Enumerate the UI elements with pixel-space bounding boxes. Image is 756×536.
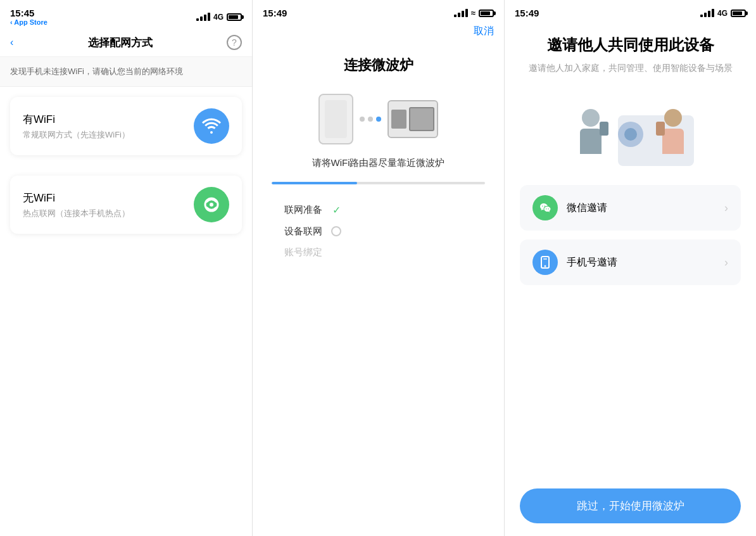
illus-person-left [574,109,608,166]
wechat-icon [532,195,558,220]
status-time-2: 15:49 [263,8,287,18]
wifi-option-info: 有WiFi 常规联网方式（先连接WiFi） [23,112,130,141]
person-phone-right [656,122,665,136]
step-item-3: 账号绑定 [284,246,472,258]
person-head-right [664,109,682,127]
wifi-option-subtitle: 常规联网方式（先连接WiFi） [23,129,130,141]
nav-bar-1: ‹ 选择配网方式 ? [0,30,252,57]
back-button-1[interactable]: ‹ [10,37,13,48]
battery-fill-3 [733,11,742,15]
wechat-option-left: 微信邀请 [532,195,607,220]
person-phone-left [600,122,608,136]
warning-message: 发现手机未连接WiFi，请确认您当前的网络环境 [0,57,252,87]
battery-2 [479,10,494,17]
svg-point-3 [545,265,546,267]
wifi-option-card[interactable]: 有WiFi 常规联网方式（先连接WiFi） [10,97,242,155]
battery-3 [731,10,746,17]
wechat-option-label: 微信邀请 [567,201,607,215]
phone-chevron-icon: › [724,256,728,269]
invite-illustration [520,90,741,166]
steps-list: 联网准备 ✓ 设备联网 账号绑定 [272,203,485,258]
svg-rect-4 [543,258,547,260]
microwave-door [409,107,434,131]
phone-invite-option[interactable]: 手机号邀请 › [520,239,741,285]
phone-invite-icon [532,250,558,275]
phone-illustration [318,94,353,144]
hotspot-option-subtitle: 热点联网（连接本手机热点） [23,208,130,219]
status-right-1: 4G [196,13,242,22]
wechat-invite-option[interactable]: 微信邀请 › [520,185,741,231]
connection-dots [360,117,381,122]
panel-2-connecting: 15:49 ≈ 取消 连接微波炉 [252,0,504,536]
invite-subtitle: 邀请他人加入家庭，共同管理、使用智能设备与场景 [520,61,741,75]
check-done-icon: ✓ [332,204,341,216]
person-body-left [580,129,602,154]
step-label-2: 设备联网 [284,226,322,238]
step-check-2 [330,225,343,238]
person-head-left [582,109,600,127]
device-animation [318,94,438,144]
hotspot-option-info: 无WiFi 热点联网（连接本手机热点） [23,191,130,219]
phone-option-left: 手机号邀请 [532,250,617,275]
invite-title: 邀请他人共同使用此设备 [520,35,741,55]
battery-fill-2 [481,11,490,15]
hotspot-option-icon [194,187,229,222]
dot-2 [368,117,373,122]
status-left-1: 15:45 ‹ App Store [10,8,47,26]
panel-1-network-selection: 15:45 ‹ App Store 4G ‹ 选择配网方式 ? 发现手机未连接W… [0,0,252,536]
invite-options: 微信邀请 › 手机号邀请 › [520,185,741,285]
nav-bar-2: 取消 [253,22,504,43]
battery-fill-1 [229,15,238,19]
wifi-option-title: 有WiFi [23,112,130,127]
help-button-1[interactable]: ? [227,35,242,50]
status-time-1: 15:45 [10,8,47,18]
svg-point-1 [210,203,213,207]
step-item-1: 联网准备 ✓ [284,203,472,216]
illustration-container [567,90,694,166]
nav-right-1: ? [227,35,242,50]
status-time-3: 15:49 [515,8,539,18]
status-right-3: 4G [700,9,746,18]
status-bar-2: 15:49 ≈ [253,0,504,22]
status-app-back[interactable]: ‹ App Store [10,18,47,26]
network-type-3: 4G [717,9,728,18]
progress-fill [272,182,357,184]
illus-device-inner [624,128,637,141]
hotspot-option-card[interactable]: 无WiFi 热点联网（连接本手机热点） [10,175,242,234]
step-check-1: ✓ [330,203,343,216]
instruction-text: 请将WiFi路由器尽量靠近微波炉 [312,157,445,169]
connect-title: 连接微波炉 [344,56,413,75]
person-body-right [662,129,684,154]
back-arrow-1: ‹ [10,37,13,48]
wifi-option-icon [194,108,229,144]
panel-3-invite: 15:49 4G 邀请他人共同使用此设备 邀请他人加入家庭，共同管理、使用智能设… [504,0,756,536]
network-type-1: 4G [213,13,224,22]
phone-option-label: 手机号邀请 [567,256,617,269]
cancel-button-2[interactable]: 取消 [474,25,494,38]
skip-button[interactable]: 跳过，开始使用微波炉 [520,488,741,523]
signal-bars-2 [454,9,468,17]
dot-1 [360,117,365,122]
microwave-screen [391,110,406,129]
nav-title-1: 选择配网方式 [88,35,153,50]
signal-bars-1 [196,13,210,21]
step-label-1: 联网准备 [284,204,322,216]
step-item-2: 设备联网 [284,225,472,238]
status-bar-1: 15:45 ‹ App Store 4G [0,0,252,30]
progress-bar [272,182,485,184]
signal-bars-3 [700,9,714,17]
step-label-3: 账号绑定 [284,246,322,258]
microwave-illustration [387,100,438,138]
status-bar-3: 15:49 4G [505,0,756,22]
battery-1 [227,13,242,21]
hotspot-option-title: 无WiFi [23,191,130,205]
dot-3 [376,117,381,122]
wechat-chevron-icon: › [724,201,728,215]
illus-person-right [656,109,691,166]
p2-body: 连接微波炉 请将WiFi路由器尽量靠近微波炉 联网准备 [253,43,504,536]
illus-device-center [618,122,643,147]
p3-body: 邀请他人共同使用此设备 邀请他人加入家庭，共同管理、使用智能设备与场景 [505,22,756,536]
status-right-2: ≈ [454,8,494,18]
check-circle-icon [331,226,341,236]
